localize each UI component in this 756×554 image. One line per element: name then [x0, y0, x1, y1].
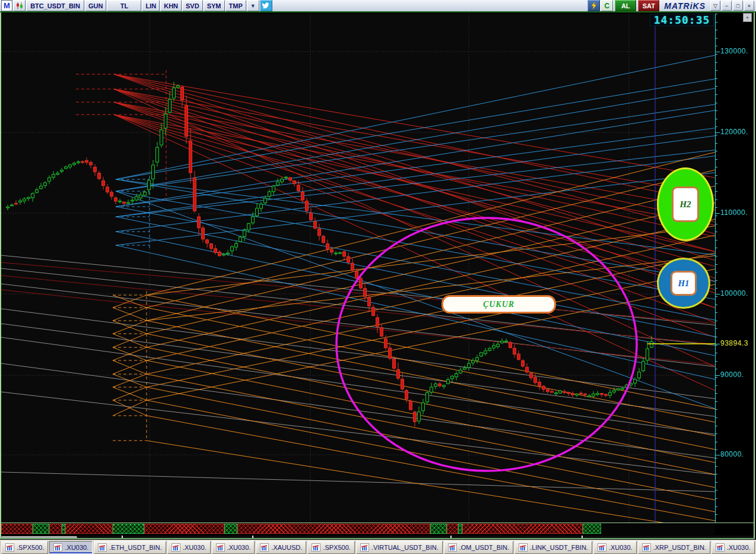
period-button-tl[interactable]: TL	[107, 0, 141, 11]
taskbar-tab-xrp_usdt_bin[interactable]: .XRP_USDT_BIN.	[638, 541, 710, 554]
quick-trade-button[interactable]	[587, 0, 600, 11]
axis-major-tick	[716, 132, 720, 133]
period-button-tmp[interactable]: TMP	[225, 0, 246, 11]
trend-segment-down	[462, 524, 583, 534]
mini-chart-icon	[5, 543, 14, 552]
axis-minor-tick	[716, 280, 717, 281]
chart-type-icon[interactable]	[13, 0, 26, 11]
axis-minor-tick	[716, 466, 717, 467]
window-edge-right	[754, 12, 755, 539]
axis-label: 93894.3	[720, 339, 748, 347]
axis-minor-tick	[716, 442, 717, 442]
taskbar-tab-om_usdt_bin[interactable]: .OM_USDT_BIN.	[444, 541, 513, 554]
orange-dashed	[113, 291, 147, 441]
mini-chart-icon	[53, 543, 62, 552]
plot-bottom-border	[1, 523, 754, 523]
minimize-button[interactable]: −	[722, 1, 732, 11]
axis-minor-tick	[716, 240, 717, 240]
twitter-bird-icon	[262, 2, 270, 10]
period-button-svd[interactable]: SVD	[182, 0, 203, 11]
dropdown-arrow-button[interactable]: ▼	[247, 0, 259, 11]
axis-minor-tick	[716, 361, 717, 362]
mini-chart-icon	[519, 543, 528, 552]
taskbar-tab-xu030[interactable]: .XU030.	[167, 541, 211, 554]
h2-badge[interactable]: H2	[657, 167, 714, 241]
axis-major-tick	[716, 294, 720, 295]
axis-minor-tick	[716, 401, 717, 402]
taskbar-tab-label: .SPX500.	[323, 544, 350, 551]
trend-segment-up	[583, 524, 601, 534]
period-button-sym[interactable]: SYM	[204, 0, 225, 11]
axis-minor-tick	[716, 216, 717, 216]
axis-minor-tick	[716, 288, 717, 289]
price-axis[interactable]: 130000.120000.110000.100000.93894.390000…	[715, 14, 754, 523]
sell-button[interactable]: SAT	[638, 0, 659, 11]
taskbar-tab-link_usdt_fbin[interactable]: .LINK_USDT_FBIN.	[514, 541, 592, 554]
taskbar-tab-xu030[interactable]: .XU030.	[49, 541, 93, 554]
h1-badge[interactable]: H1	[657, 258, 710, 309]
trend-segment-up	[33, 524, 49, 534]
axis-minor-tick	[716, 321, 717, 321]
corner-expand-icon[interactable]: +	[743, 13, 752, 22]
period-button-gun[interactable]: GUN	[85, 0, 106, 11]
mini-chart-icon	[598, 543, 606, 552]
taskbar-tab-spx500[interactable]: .SPX500.	[1, 541, 48, 554]
mini-chart-icon	[360, 543, 369, 552]
mini-chart-icon	[312, 543, 320, 552]
axis-label: 100000.	[720, 289, 748, 297]
taskbar-tab-label: .XRP_USDT_BIN.	[653, 544, 706, 551]
axis-label: 80000.	[720, 450, 744, 458]
chart-canvas	[1, 14, 715, 523]
close-button[interactable]: ×	[744, 1, 754, 11]
period-button-lin[interactable]: LIN	[142, 0, 160, 11]
axis-minor-tick	[716, 86, 717, 87]
axis-minor-tick	[716, 232, 717, 232]
cukur-annotation[interactable]: ÇUKUR	[441, 295, 556, 314]
axis-minor-tick	[716, 135, 717, 135]
chart-plot-area[interactable]: 14:50:35 ÇUKUR H2 H1	[1, 14, 715, 523]
taskbar-tab-eth_usdt_bin[interactable]: .ETH_USDT_BIN.	[94, 541, 166, 554]
taskbar-tab-xu030[interactable]: .XU030.	[593, 541, 637, 554]
lightning-bolt-icon	[590, 2, 598, 10]
axis-minor-tick	[716, 490, 717, 490]
refresh-button[interactable]: C	[601, 0, 613, 11]
axis-major-tick	[716, 344, 720, 344]
axis-minor-tick	[716, 474, 717, 474]
magenta-ellipse-annotation[interactable]	[336, 218, 637, 471]
axis-minor-tick	[716, 191, 717, 192]
window-controls: ▽−□×	[709, 1, 754, 11]
chart-window: 14:50:35 ÇUKUR H2 H1 130000.120000.11000…	[0, 12, 756, 540]
axis-minor-tick	[716, 22, 717, 23]
axis-minor-tick	[716, 312, 717, 313]
axis-minor-tick	[716, 377, 717, 378]
axis-label: 110000.	[720, 208, 748, 217]
dropdown-button[interactable]: ▽	[710, 1, 720, 11]
axis-minor-tick	[716, 328, 717, 329]
axis-minor-tick	[716, 70, 717, 71]
axis-minor-tick	[716, 110, 717, 111]
twitter-share-button[interactable]	[260, 0, 272, 11]
taskbar-tab-xauusd[interactable]: .XAUUSD.	[256, 541, 306, 554]
taskbar-tab-virtual_usdt_bin[interactable]: .VIRTUAL_USDT_BIN.	[356, 541, 443, 554]
buy-button[interactable]: AL	[615, 0, 636, 11]
taskbar-tab-xu030[interactable]: .XU030.	[212, 541, 255, 554]
axis-minor-tick	[716, 353, 717, 353]
period-button-khn[interactable]: KHN	[160, 0, 182, 11]
axis-minor-tick	[716, 143, 717, 144]
taskbar-tab-spx500[interactable]: .SPX500.	[307, 541, 354, 554]
axis-major-tick	[716, 213, 720, 214]
axis-label: 90000.	[720, 371, 744, 379]
restore-button[interactable]: □	[733, 1, 743, 11]
taskbar-tab-label: .OM_USDT_BIN.	[459, 544, 509, 551]
symbol-button[interactable]: BTC_USDT_BIN	[26, 0, 84, 11]
axis-minor-tick	[716, 458, 717, 458]
axis-minor-tick	[716, 506, 717, 507]
axis-minor-tick	[716, 62, 717, 63]
axis-minor-tick	[716, 183, 717, 184]
app-menu-button[interactable]: M	[1, 0, 12, 11]
taskbar-tab-xu030[interactable]: .XU030.	[711, 541, 755, 554]
axis-major-tick	[716, 375, 720, 376]
axis-minor-tick	[716, 151, 717, 151]
h2-label: H2	[672, 186, 699, 222]
axis-minor-tick	[716, 94, 717, 95]
